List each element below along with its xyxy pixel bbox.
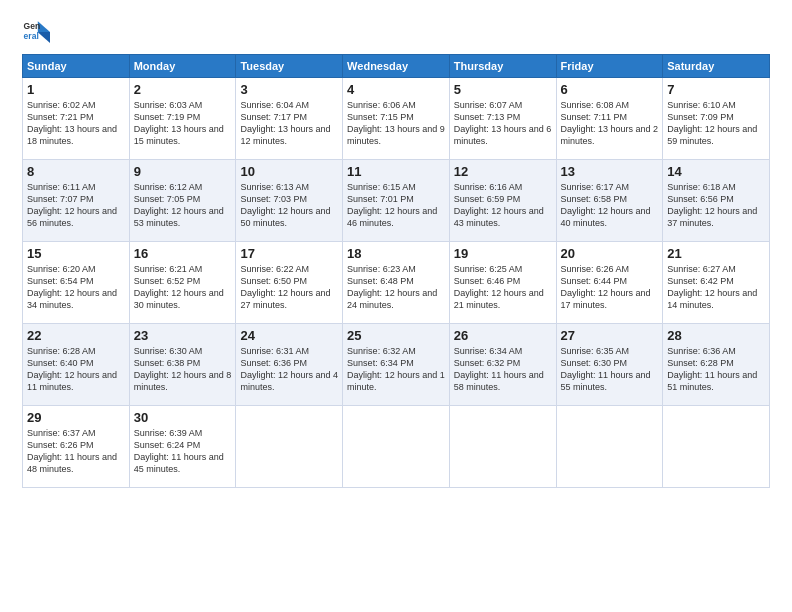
header-row: SundayMondayTuesdayWednesdayThursdayFrid… [23,55,770,78]
day-number: 9 [134,164,232,179]
header-cell-friday: Friday [556,55,663,78]
day-cell: 2Sunrise: 6:03 AMSunset: 7:19 PMDaylight… [129,78,236,160]
day-cell [236,406,343,488]
day-info: Sunrise: 6:13 AMSunset: 7:03 PMDaylight:… [240,181,338,230]
calendar-table: SundayMondayTuesdayWednesdayThursdayFrid… [22,54,770,488]
week-row-4: 22Sunrise: 6:28 AMSunset: 6:40 PMDayligh… [23,324,770,406]
day-info: Sunrise: 6:28 AMSunset: 6:40 PMDaylight:… [27,345,125,394]
day-info: Sunrise: 6:03 AMSunset: 7:19 PMDaylight:… [134,99,232,148]
day-cell [663,406,770,488]
day-info: Sunrise: 6:12 AMSunset: 7:05 PMDaylight:… [134,181,232,230]
day-cell: 14Sunrise: 6:18 AMSunset: 6:56 PMDayligh… [663,160,770,242]
day-number: 20 [561,246,659,261]
day-cell [449,406,556,488]
day-cell: 7Sunrise: 6:10 AMSunset: 7:09 PMDaylight… [663,78,770,160]
day-info: Sunrise: 6:26 AMSunset: 6:44 PMDaylight:… [561,263,659,312]
week-row-5: 29Sunrise: 6:37 AMSunset: 6:26 PMDayligh… [23,406,770,488]
day-number: 1 [27,82,125,97]
day-number: 26 [454,328,552,343]
day-number: 18 [347,246,445,261]
day-number: 6 [561,82,659,97]
header: Gen eral [22,18,770,46]
day-cell: 17Sunrise: 6:22 AMSunset: 6:50 PMDayligh… [236,242,343,324]
week-row-1: 1Sunrise: 6:02 AMSunset: 7:21 PMDaylight… [23,78,770,160]
day-number: 12 [454,164,552,179]
day-cell: 3Sunrise: 6:04 AMSunset: 7:17 PMDaylight… [236,78,343,160]
day-number: 10 [240,164,338,179]
day-number: 27 [561,328,659,343]
day-info: Sunrise: 6:08 AMSunset: 7:11 PMDaylight:… [561,99,659,148]
day-info: Sunrise: 6:17 AMSunset: 6:58 PMDaylight:… [561,181,659,230]
day-cell [556,406,663,488]
day-cell: 9Sunrise: 6:12 AMSunset: 7:05 PMDaylight… [129,160,236,242]
day-number: 3 [240,82,338,97]
day-number: 16 [134,246,232,261]
day-number: 29 [27,410,125,425]
day-info: Sunrise: 6:27 AMSunset: 6:42 PMDaylight:… [667,263,765,312]
day-info: Sunrise: 6:30 AMSunset: 6:38 PMDaylight:… [134,345,232,394]
day-cell: 11Sunrise: 6:15 AMSunset: 7:01 PMDayligh… [343,160,450,242]
day-number: 4 [347,82,445,97]
day-cell: 25Sunrise: 6:32 AMSunset: 6:34 PMDayligh… [343,324,450,406]
day-cell: 20Sunrise: 6:26 AMSunset: 6:44 PMDayligh… [556,242,663,324]
day-cell: 13Sunrise: 6:17 AMSunset: 6:58 PMDayligh… [556,160,663,242]
header-cell-thursday: Thursday [449,55,556,78]
day-cell: 28Sunrise: 6:36 AMSunset: 6:28 PMDayligh… [663,324,770,406]
day-cell: 4Sunrise: 6:06 AMSunset: 7:15 PMDaylight… [343,78,450,160]
day-cell: 12Sunrise: 6:16 AMSunset: 6:59 PMDayligh… [449,160,556,242]
day-number: 5 [454,82,552,97]
day-info: Sunrise: 6:20 AMSunset: 6:54 PMDaylight:… [27,263,125,312]
day-info: Sunrise: 6:15 AMSunset: 7:01 PMDaylight:… [347,181,445,230]
day-info: Sunrise: 6:22 AMSunset: 6:50 PMDaylight:… [240,263,338,312]
day-info: Sunrise: 6:11 AMSunset: 7:07 PMDaylight:… [27,181,125,230]
day-number: 25 [347,328,445,343]
calendar-header: SundayMondayTuesdayWednesdayThursdayFrid… [23,55,770,78]
day-info: Sunrise: 6:36 AMSunset: 6:28 PMDaylight:… [667,345,765,394]
day-number: 8 [27,164,125,179]
header-cell-saturday: Saturday [663,55,770,78]
header-cell-monday: Monday [129,55,236,78]
day-info: Sunrise: 6:25 AMSunset: 6:46 PMDaylight:… [454,263,552,312]
day-number: 11 [347,164,445,179]
day-cell: 21Sunrise: 6:27 AMSunset: 6:42 PMDayligh… [663,242,770,324]
page: Gen eral SundayMondayTuesdayWednesdayThu… [0,0,792,612]
day-number: 15 [27,246,125,261]
day-cell: 23Sunrise: 6:30 AMSunset: 6:38 PMDayligh… [129,324,236,406]
day-info: Sunrise: 6:04 AMSunset: 7:17 PMDaylight:… [240,99,338,148]
day-info: Sunrise: 6:10 AMSunset: 7:09 PMDaylight:… [667,99,765,148]
day-info: Sunrise: 6:34 AMSunset: 6:32 PMDaylight:… [454,345,552,394]
calendar-body: 1Sunrise: 6:02 AMSunset: 7:21 PMDaylight… [23,78,770,488]
svg-text:Gen: Gen [24,21,41,31]
day-cell: 29Sunrise: 6:37 AMSunset: 6:26 PMDayligh… [23,406,130,488]
day-number: 21 [667,246,765,261]
day-cell: 18Sunrise: 6:23 AMSunset: 6:48 PMDayligh… [343,242,450,324]
day-number: 28 [667,328,765,343]
day-cell [343,406,450,488]
day-cell: 27Sunrise: 6:35 AMSunset: 6:30 PMDayligh… [556,324,663,406]
day-info: Sunrise: 6:35 AMSunset: 6:30 PMDaylight:… [561,345,659,394]
day-info: Sunrise: 6:31 AMSunset: 6:36 PMDaylight:… [240,345,338,394]
day-number: 22 [27,328,125,343]
svg-text:eral: eral [24,31,39,41]
day-cell: 8Sunrise: 6:11 AMSunset: 7:07 PMDaylight… [23,160,130,242]
day-cell: 19Sunrise: 6:25 AMSunset: 6:46 PMDayligh… [449,242,556,324]
day-info: Sunrise: 6:21 AMSunset: 6:52 PMDaylight:… [134,263,232,312]
day-number: 30 [134,410,232,425]
day-number: 17 [240,246,338,261]
header-cell-tuesday: Tuesday [236,55,343,78]
day-info: Sunrise: 6:18 AMSunset: 6:56 PMDaylight:… [667,181,765,230]
day-info: Sunrise: 6:37 AMSunset: 6:26 PMDaylight:… [27,427,125,476]
logo-icon: Gen eral [22,18,50,46]
day-cell: 6Sunrise: 6:08 AMSunset: 7:11 PMDaylight… [556,78,663,160]
week-row-3: 15Sunrise: 6:20 AMSunset: 6:54 PMDayligh… [23,242,770,324]
day-number: 23 [134,328,232,343]
day-cell: 22Sunrise: 6:28 AMSunset: 6:40 PMDayligh… [23,324,130,406]
day-info: Sunrise: 6:07 AMSunset: 7:13 PMDaylight:… [454,99,552,148]
day-number: 19 [454,246,552,261]
day-cell: 16Sunrise: 6:21 AMSunset: 6:52 PMDayligh… [129,242,236,324]
week-row-2: 8Sunrise: 6:11 AMSunset: 7:07 PMDaylight… [23,160,770,242]
day-number: 14 [667,164,765,179]
day-info: Sunrise: 6:23 AMSunset: 6:48 PMDaylight:… [347,263,445,312]
day-number: 13 [561,164,659,179]
day-info: Sunrise: 6:16 AMSunset: 6:59 PMDaylight:… [454,181,552,230]
